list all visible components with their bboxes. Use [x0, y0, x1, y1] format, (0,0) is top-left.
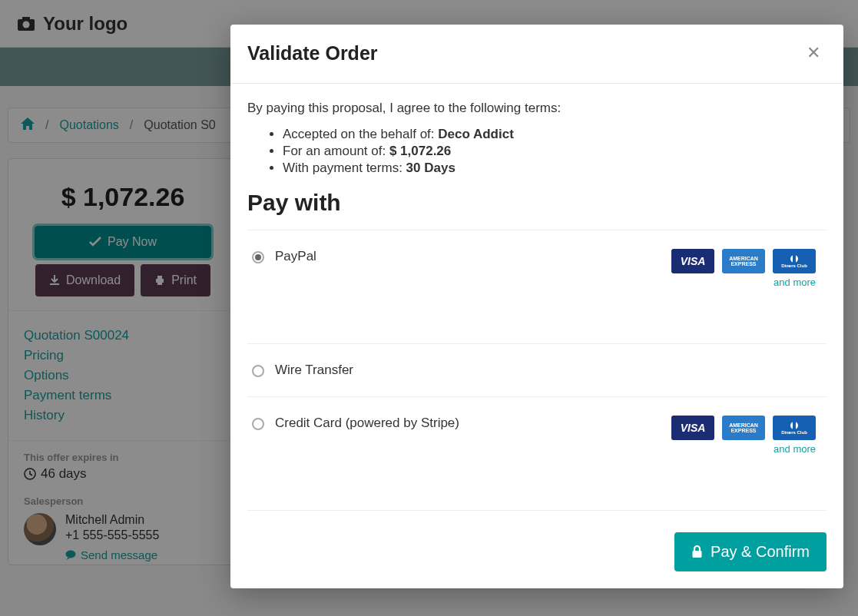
- modal-body: By paying this proposal, I agree to the …: [230, 84, 843, 518]
- payment-option-wire[interactable]: Wire Transfer: [247, 344, 827, 397]
- svg-rect-11: [793, 422, 796, 429]
- pay-with-heading: Pay with: [247, 190, 827, 216]
- payment-option-paypal[interactable]: PayPal VISA AMERICAN EXPRESS Diners Club…: [247, 230, 827, 344]
- close-button[interactable]: ✕: [800, 40, 827, 66]
- card-badges: VISA AMERICAN EXPRESS Diners Club and mo…: [671, 416, 816, 455]
- and-more-link[interactable]: and more: [774, 443, 816, 455]
- diners-badge: Diners Club: [773, 416, 816, 440]
- amex-badge: AMERICAN EXPRESS: [722, 416, 765, 440]
- diners-badge: Diners Club: [773, 249, 816, 273]
- radio-wire[interactable]: [252, 365, 264, 377]
- close-icon: ✕: [807, 43, 820, 63]
- validate-order-modal: Validate Order ✕ By paying this proposal…: [230, 25, 843, 588]
- card-badges: VISA AMERICAN EXPRESS Diners Club and mo…: [671, 249, 816, 288]
- visa-badge: VISA: [671, 416, 714, 440]
- term-behalf: Accepted on the behalf of: Deco Addict: [283, 127, 827, 142]
- lock-icon: [691, 545, 703, 558]
- modal-footer: Pay & Confirm: [230, 518, 843, 588]
- visa-badge: VISA: [671, 249, 714, 273]
- pay-confirm-button[interactable]: Pay & Confirm: [674, 532, 827, 571]
- radio-stripe[interactable]: [252, 418, 264, 430]
- payment-options: PayPal VISA AMERICAN EXPRESS Diners Club…: [247, 230, 827, 511]
- and-more-link[interactable]: and more: [774, 277, 816, 288]
- payment-option-label: Credit Card (powered by Stripe): [275, 416, 661, 431]
- modal-title: Validate Order: [247, 42, 378, 65]
- pay-confirm-label: Pay & Confirm: [711, 543, 810, 561]
- payment-option-label: Wire Transfer: [275, 363, 816, 378]
- amex-badge: AMERICAN EXPRESS: [722, 249, 765, 273]
- svg-rect-9: [793, 255, 796, 263]
- term-payment-terms: With payment terms: 30 Days: [283, 161, 827, 176]
- payment-option-stripe[interactable]: Credit Card (powered by Stripe) VISA AME…: [247, 397, 827, 511]
- payment-option-label: PayPal: [275, 249, 661, 264]
- terms-list: Accepted on the behalf of: Deco Addict F…: [247, 127, 827, 176]
- modal-header: Validate Order ✕: [230, 25, 843, 84]
- svg-rect-12: [693, 551, 702, 558]
- agree-terms-text: By paying this proposal, I agree to the …: [247, 101, 827, 116]
- term-amount: For an amount of: $ 1,072.26: [283, 144, 827, 159]
- radio-paypal[interactable]: [252, 251, 264, 263]
